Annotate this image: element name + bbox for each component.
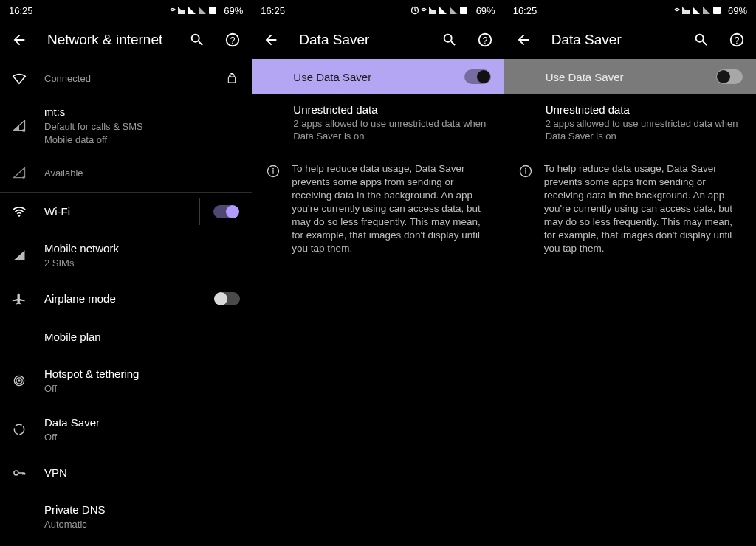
signal-icon-2: x bbox=[10, 164, 28, 182]
row-sim-mts[interactable]: x mt:s Default for calls & SMS Mobile da… bbox=[0, 97, 252, 153]
status-bar: 16:25 69% bbox=[252, 0, 504, 21]
use-data-saver-label: Use Data Saver bbox=[546, 71, 624, 83]
row-private-dns[interactable]: Private DNS Automatic bbox=[0, 492, 252, 541]
mobile-plan-label: Mobile plan bbox=[44, 330, 240, 345]
data-saver-sub: Off bbox=[44, 431, 240, 443]
mobile-network-label: Mobile network bbox=[44, 241, 240, 256]
sim-sub1: Default for calls & SMS bbox=[44, 120, 240, 133]
info-text-row: To help reduce data usage, Data Saver pr… bbox=[504, 153, 756, 266]
row-current-wifi[interactable]: Connected bbox=[0, 59, 252, 97]
back-icon[interactable] bbox=[261, 30, 281, 50]
help-icon[interactable]: ? bbox=[475, 30, 495, 50]
hotspot-label: Hotspot & tethering bbox=[44, 367, 240, 381]
wifi-icon bbox=[10, 203, 28, 221]
help-icon[interactable]: ? bbox=[222, 30, 243, 50]
back-icon[interactable] bbox=[9, 30, 30, 50]
row-mobile-plan[interactable]: Mobile plan bbox=[0, 318, 252, 356]
page-title: Network & internet bbox=[44, 32, 172, 48]
search-icon[interactable] bbox=[187, 30, 207, 50]
row-airplane[interactable]: Airplane mode bbox=[0, 280, 252, 318]
row-vpn[interactable]: VPN bbox=[0, 454, 252, 492]
info-text-row: To help reduce data usage, Data Saver pr… bbox=[252, 153, 504, 266]
data-saver-master-toggle-row[interactable]: Use Data Saver bbox=[252, 59, 504, 94]
svg-rect-23 bbox=[525, 170, 526, 174]
status-time: 16:25 bbox=[513, 5, 537, 16]
app-bar: Network & internet ? bbox=[0, 21, 252, 59]
wifi-connected-label: Connected bbox=[44, 72, 207, 85]
status-icons: 69% bbox=[673, 4, 747, 16]
airplane-toggle[interactable] bbox=[215, 292, 240, 305]
svg-rect-18 bbox=[713, 7, 721, 14]
use-data-saver-label: Use Data Saver bbox=[293, 71, 371, 83]
sim-available-label: Available bbox=[44, 167, 240, 179]
search-icon[interactable] bbox=[691, 30, 712, 50]
info-icon bbox=[518, 162, 534, 255]
svg-point-6 bbox=[18, 379, 20, 381]
hotspot-icon bbox=[10, 372, 28, 390]
svg-rect-17 bbox=[273, 170, 274, 174]
search-icon[interactable] bbox=[439, 30, 460, 50]
status-bar: 16:25 69% bbox=[0, 0, 252, 21]
info-icon bbox=[265, 162, 281, 255]
cellular-icon bbox=[10, 246, 28, 264]
dns-sub: Automatic bbox=[44, 518, 240, 531]
svg-text:x: x bbox=[22, 127, 25, 133]
data-saver-label: Data Saver bbox=[44, 415, 240, 430]
app-bar: Data Saver ? bbox=[504, 21, 756, 59]
status-bar: 16:25 69% bbox=[504, 0, 756, 21]
svg-point-16 bbox=[272, 168, 274, 170]
status-time: 16:25 bbox=[261, 5, 285, 16]
svg-point-10 bbox=[14, 471, 18, 475]
dns-label: Private DNS bbox=[44, 502, 240, 517]
unrestricted-sub: 2 apps allowed to use unrestricted data … bbox=[546, 117, 743, 142]
data-saver-master-toggle-row[interactable]: Use Data Saver bbox=[504, 59, 756, 94]
data-saver-icon bbox=[10, 421, 28, 438]
back-icon[interactable] bbox=[513, 30, 534, 50]
row-wifi[interactable]: Wi-Fi bbox=[0, 193, 199, 231]
airplane-label: Airplane mode bbox=[44, 291, 199, 306]
svg-text:x: x bbox=[22, 174, 25, 180]
wifi-toggle[interactable] bbox=[213, 205, 238, 218]
svg-point-5 bbox=[18, 215, 21, 217]
row-unrestricted-data[interactable]: Unrestricted data 2 apps allowed to use … bbox=[504, 94, 756, 153]
status-icons: 69% bbox=[411, 4, 495, 16]
row-sim-available[interactable]: x Available bbox=[0, 153, 252, 192]
airplane-icon bbox=[10, 290, 28, 308]
row-data-saver[interactable]: Data Saver Off bbox=[0, 405, 252, 454]
panel-data-saver-off: 16:25 69% Data Saver ? Us bbox=[504, 0, 756, 546]
unrestricted-title: Unrestricted data bbox=[293, 103, 490, 116]
svg-rect-12 bbox=[460, 7, 467, 14]
status-battery: 69% bbox=[224, 5, 243, 16]
info-text: To help reduce data usage, Data Saver pr… bbox=[292, 162, 490, 255]
vpn-label: VPN bbox=[44, 466, 240, 480]
svg-rect-0 bbox=[209, 7, 216, 14]
vpn-key-icon bbox=[10, 464, 28, 482]
status-battery: 69% bbox=[476, 5, 495, 16]
svg-point-9 bbox=[14, 424, 24, 434]
wifi-full-icon bbox=[10, 69, 28, 87]
status-time: 16:25 bbox=[9, 5, 33, 16]
svg-text:?: ? bbox=[482, 35, 487, 46]
page-title: Data Saver bbox=[296, 32, 424, 48]
lock-icon bbox=[224, 72, 240, 84]
svg-text:?: ? bbox=[230, 35, 236, 46]
info-text: To help reduce data usage, Data Saver pr… bbox=[544, 162, 743, 255]
unrestricted-sub: 2 apps allowed to use unrestricted data … bbox=[293, 117, 490, 142]
hotspot-sub: Off bbox=[44, 382, 240, 395]
svg-point-22 bbox=[525, 168, 526, 170]
sim-sub2: Mobile data off bbox=[44, 134, 240, 146]
wifi-label: Wi-Fi bbox=[44, 204, 188, 219]
panel-network-internet: 16:25 69% Network & internet ? bbox=[0, 0, 252, 546]
help-icon[interactable]: ? bbox=[726, 30, 747, 50]
row-mobile-network[interactable]: Mobile network 2 SIMs bbox=[0, 231, 252, 280]
row-unrestricted-data[interactable]: Unrestricted data 2 apps allowed to use … bbox=[252, 94, 504, 153]
svg-text:?: ? bbox=[735, 35, 740, 46]
app-bar: Data Saver ? bbox=[252, 21, 504, 59]
page-title: Data Saver bbox=[549, 32, 676, 48]
data-saver-toggle[interactable] bbox=[716, 69, 743, 84]
blank-icon-2 bbox=[10, 508, 28, 525]
sim-name: mt:s bbox=[44, 105, 240, 120]
row-hotspot[interactable]: Hotspot & tethering Off bbox=[0, 356, 252, 405]
data-saver-toggle[interactable] bbox=[464, 69, 491, 84]
blank-icon bbox=[10, 328, 28, 346]
